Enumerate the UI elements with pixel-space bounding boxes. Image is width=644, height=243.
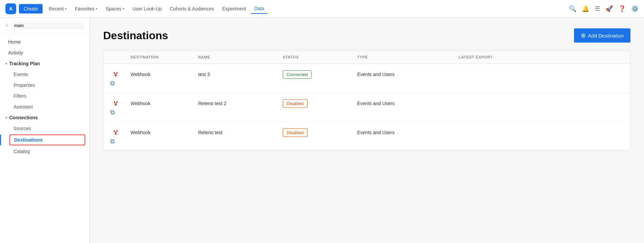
sidebar-item-activity[interactable]: Activity	[0, 47, 89, 58]
app-logo[interactable]: A	[5, 3, 16, 14]
plus-circle-icon: ⊕	[581, 32, 586, 39]
page-header: Destinations ⊕ Add Destination	[103, 28, 630, 43]
main-layout: ⑂ main Home Activity ▾ Tracking Plan Eve…	[0, 18, 644, 243]
settings-icon[interactable]: ⚙️	[631, 5, 639, 13]
nav-items: Recent ▾ Favorites ▾ Spaces ▾ User Look-…	[45, 4, 566, 14]
sidebar-item-catalog[interactable]: Catalog	[0, 146, 89, 157]
nav-item-data[interactable]: Data	[251, 4, 268, 14]
col-latest-export-label: LATEST EXPORT	[459, 55, 623, 59]
integration-name: Reteno test	[198, 130, 283, 135]
disabled-badge: Disabled	[283, 128, 307, 137]
col-type-label: TYPE	[357, 55, 459, 59]
chevron-down-icon: ▾	[96, 7, 97, 10]
sidebar-item-sources[interactable]: Sources	[0, 123, 89, 134]
sidebar-item-properties[interactable]: Properties	[0, 80, 89, 91]
nav-right: 🔍 🔔 ☰ 🚀 ❓ ⚙️	[569, 5, 639, 13]
copy-icon[interactable]: ⧉	[110, 80, 115, 87]
branch-select[interactable]: main	[12, 22, 84, 29]
branch-icon: ⑂	[5, 23, 9, 29]
create-button[interactable]: Create	[19, 4, 43, 14]
nav-item-cohorts[interactable]: Cohorts & Audiences	[166, 4, 217, 14]
integration-name: Reteno test 2	[198, 101, 283, 106]
col-status-label: STATUS	[283, 55, 357, 59]
type-cell: Events and Users	[357, 130, 459, 135]
question-icon[interactable]: ❓	[618, 5, 626, 13]
top-nav: A Create Recent ▾ Favorites ▾ Spaces ▾ U…	[0, 0, 644, 18]
sidebar-item-assistant[interactable]: Assistant	[0, 101, 89, 112]
sidebar-group-tracking-plan[interactable]: ▾ Tracking Plan	[0, 58, 89, 69]
table-header: DESTINATION NAME STATUS TYPE LATEST EXPO…	[104, 51, 630, 64]
status-badge: Disabled	[283, 128, 357, 137]
destination-name: Webhook	[131, 130, 198, 135]
nav-item-spaces[interactable]: Spaces ▾	[102, 4, 128, 14]
rocket-icon[interactable]: 🚀	[605, 5, 613, 13]
sidebar-item-events[interactable]: Events	[0, 69, 89, 80]
table-row[interactable]: Webhook Reteno test 2 Disabled Events an…	[104, 93, 630, 122]
copy-icon[interactable]: ⧉	[110, 109, 115, 116]
nav-item-favorites[interactable]: Favorites ▾	[71, 4, 101, 14]
col-name-label: NAME	[198, 55, 283, 59]
status-badge: Disabled	[283, 99, 357, 108]
copy-action[interactable]: ⧉	[110, 109, 131, 116]
disabled-badge: Disabled	[283, 99, 307, 108]
copy-icon[interactable]: ⧉	[110, 138, 115, 145]
integration-name: test 3	[198, 72, 283, 77]
list-icon[interactable]: ☰	[595, 5, 600, 13]
type-cell: Events and Users	[357, 72, 459, 77]
sidebar-branch-selector[interactable]: ⑂ main	[0, 18, 89, 34]
table-row[interactable]: Webhook Reteno test Disabled Events and …	[104, 122, 630, 150]
chevron-down-icon: ▾	[123, 7, 124, 10]
col-destination-label: DESTINATION	[131, 55, 198, 59]
sidebar-item-home[interactable]: Home	[0, 37, 89, 47]
main-content: Destinations ⊕ Add Destination DESTINATI…	[90, 18, 644, 243]
type-cell: Events and Users	[357, 101, 459, 106]
add-destination-button[interactable]: ⊕ Add Destination	[574, 28, 630, 43]
destination-name: Webhook	[131, 72, 198, 77]
nav-item-experiment[interactable]: Experiment	[219, 4, 250, 14]
copy-action[interactable]: ⧉	[110, 138, 131, 145]
sidebar: ⑂ main Home Activity ▾ Tracking Plan Eve…	[0, 18, 90, 243]
col-destination	[110, 55, 131, 59]
table-row[interactable]: Webhook test 3 Connected Events and User…	[104, 64, 630, 93]
search-icon[interactable]: 🔍	[569, 5, 576, 13]
nav-item-recent[interactable]: Recent ▾	[45, 4, 70, 14]
sidebar-item-destinations[interactable]: Destinations	[9, 135, 85, 145]
connected-badge: Connected	[283, 70, 312, 79]
status-badge: Connected	[283, 70, 357, 79]
destinations-table: DESTINATION NAME STATUS TYPE LATEST EXPO…	[103, 51, 630, 151]
webhook-icon	[110, 127, 121, 138]
chevron-down-icon: ▾	[5, 62, 7, 66]
chevron-down-icon: ▾	[65, 7, 67, 10]
chevron-down-icon: ▾	[5, 116, 7, 120]
sidebar-active-indicator: Destinations	[0, 135, 89, 145]
webhook-icon	[110, 69, 121, 80]
sidebar-nav: Home Activity ▾ Tracking Plan Events Pro…	[0, 34, 89, 243]
page-title: Destinations	[103, 29, 168, 42]
sidebar-group-connections[interactable]: ▾ Connections	[0, 112, 89, 123]
destination-name: Webhook	[131, 101, 198, 106]
nav-item-user-lookup[interactable]: User Look-Up	[129, 4, 165, 14]
bell-icon[interactable]: 🔔	[582, 5, 589, 13]
sidebar-item-filters[interactable]: Filters	[0, 91, 89, 101]
copy-action[interactable]: ⧉	[110, 80, 131, 87]
webhook-icon	[110, 98, 121, 109]
